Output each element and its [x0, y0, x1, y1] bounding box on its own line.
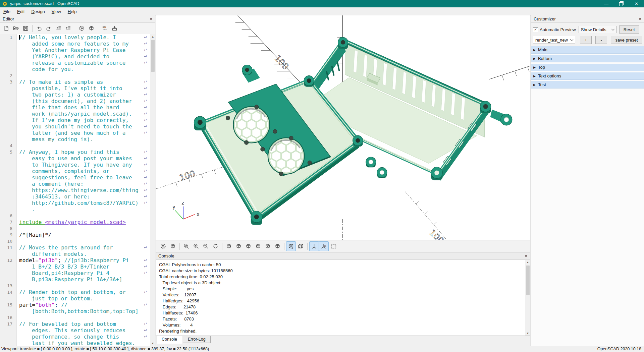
- code-row[interactable]: 13: [0, 283, 150, 289]
- code-row[interactable]: easy to use and post your makes↵: [0, 155, 150, 162]
- code-row[interactable]: 17// For bevelled top and bottom↵: [0, 321, 150, 327]
- code-row[interactable]: Board,pi4:Raspberry Pi 4↵: [0, 270, 150, 276]
- code-row[interactable]: you shouldn't need to touch the↵: [0, 123, 150, 130]
- console-scrollbar[interactable]: ▲ ▼: [525, 260, 530, 336]
- render-button[interactable]: [168, 241, 178, 251]
- code-row[interactable]: possible, I've split it into↵: [0, 85, 150, 92]
- restore-button[interactable]: [614, 0, 629, 7]
- code-row[interactable]: 14// Render both top and bottom, or↵: [0, 289, 150, 295]
- orthogonal-button[interactable]: [296, 241, 306, 251]
- console-close-icon[interactable]: ×: [525, 252, 527, 260]
- save-preset-button[interactable]: save preset: [611, 36, 642, 44]
- tab-error-log[interactable]: Error-Log: [183, 336, 211, 343]
- open-file-button[interactable]: [11, 23, 21, 33]
- remove-preset-button[interactable]: -: [595, 36, 607, 44]
- code-row[interactable]: (this document), and 2) another↵: [0, 98, 150, 104]
- code-row[interactable]: 4: [0, 142, 150, 149]
- preset-combobox[interactable]: render_test_new: [533, 36, 575, 44]
- code-row[interactable]: latter (and see how much of a↵: [0, 130, 150, 136]
- view-bottom-button[interactable]: [244, 241, 253, 251]
- expand-triangle-icon[interactable]: ▶: [533, 66, 536, 69]
- automatic-preview-checkbox[interactable]: ✓: [533, 27, 538, 32]
- menu-edit[interactable]: Edit: [14, 8, 28, 15]
- code-row[interactable]: file that does all the hard↵: [0, 104, 150, 111]
- view-back-button[interactable]: [273, 241, 282, 251]
- code-row[interactable]: 16: [0, 314, 150, 321]
- code-row[interactable]: edges. This seriously reduces↵: [0, 327, 150, 334]
- code-row[interactable]: B,pi3a:Raspberry Pi 1A+/3A+]: [0, 276, 150, 283]
- view-all-button[interactable]: [329, 241, 338, 251]
- editor-close-icon[interactable]: ×: [150, 15, 152, 23]
- menu-help[interactable]: Help: [64, 8, 80, 15]
- customizer-section-text-options[interactable]: ▶Text options: [531, 72, 644, 80]
- zoom-in-button[interactable]: [191, 241, 201, 251]
- code-row[interactable]: 8: [0, 225, 150, 232]
- undo-button[interactable]: [34, 23, 44, 33]
- view-right-button[interactable]: [224, 241, 234, 251]
- reset-view-button[interactable]: [211, 241, 220, 251]
- code-row[interactable]: 11// Moves the ports around for↵: [0, 244, 150, 251]
- expand-triangle-icon[interactable]: ▶: [533, 48, 536, 52]
- code-row[interactable]: 7include <maths/yarpic_model.scad>: [0, 219, 150, 225]
- console-scrollbar-thumb[interactable]: [526, 266, 530, 295]
- code-row[interactable]: mess my coding is).: [0, 136, 150, 142]
- editor-scrollbar[interactable]: ▲ ▼: [150, 34, 155, 346]
- details-dropdown[interactable]: Show Details: [579, 26, 616, 33]
- 3d-scene[interactable]: 100 100 100: [156, 15, 530, 240]
- preview-button[interactable]: [77, 23, 87, 33]
- code-row[interactable]: 15part="both"; //↵: [0, 302, 150, 308]
- export-stl-button[interactable]: STL: [100, 23, 110, 33]
- console-output[interactable]: CGAL Polyhedrons in cache: 50CGAL cache …: [156, 260, 525, 336]
- customizer-section-test[interactable]: ▶Test: [531, 81, 644, 89]
- zoom-all-button[interactable]: [181, 241, 191, 251]
- expand-triangle-icon[interactable]: ▶: [533, 74, 536, 78]
- scroll-up-icon[interactable]: ▲: [525, 260, 530, 265]
- perspective-button[interactable]: [286, 241, 296, 251]
- code-row[interactable]: 2: [0, 72, 150, 79]
- menu-view[interactable]: View: [48, 8, 64, 15]
- code-row[interactable]: 1// Hello, you lovely people. I↵: [0, 34, 150, 41]
- code-row[interactable]: added some more features to my↵: [0, 41, 150, 47]
- 3d-viewport[interactable]: 100 100 100: [156, 15, 530, 240]
- new-file-button[interactable]: [1, 23, 11, 33]
- code-row[interactable]: :3464513, or here:↵: [0, 193, 150, 200]
- code-row[interactable]: 12model="pi3b"; //[pi3b:Raspberry Pi↵: [0, 257, 150, 263]
- code-row[interactable]: https://www.thingiverse.com/thing↵: [0, 187, 150, 193]
- code-row[interactable]: suggestions, feel free to leave↵: [0, 174, 150, 181]
- code-row[interactable]: [both:Both,bottom:Bottom,top:Top]: [0, 308, 150, 314]
- code-row[interactable]: last if you want bevelled edges.: [0, 340, 150, 346]
- indent-button[interactable]: [63, 23, 73, 33]
- code-row[interactable]: 10: [0, 238, 150, 244]
- code-row[interactable]: performance, so change this↵: [0, 334, 150, 340]
- scroll-down-icon[interactable]: ▼: [525, 331, 530, 336]
- minimize-button[interactable]: —: [599, 0, 614, 7]
- code-row[interactable]: to Thingiverse. If you have any↵: [0, 162, 150, 168]
- print-model-button[interactable]: [110, 23, 119, 33]
- save-file-button[interactable]: [21, 23, 31, 33]
- show-scale-markers-button[interactable]: 10: [319, 241, 329, 251]
- close-button[interactable]: ✕: [629, 0, 644, 7]
- show-axes-button[interactable]: [309, 241, 319, 251]
- code-row[interactable]: http://github.com/tomsc87/YARPiC)↵: [0, 200, 150, 206]
- view-top-button[interactable]: [234, 241, 244, 251]
- customizer-section-main[interactable]: ▶Main: [531, 46, 644, 54]
- code-row[interactable]: Yet Another Raspberry Pi Case↵: [0, 47, 150, 53]
- editor-scrollbar-thumb[interactable]: [151, 40, 155, 72]
- customizer-close-icon[interactable]: ×: [639, 15, 641, 23]
- expand-triangle-icon[interactable]: ▶: [533, 57, 536, 60]
- menu-file[interactable]: File: [0, 8, 14, 15]
- code-row[interactable]: 6: [0, 213, 150, 219]
- code-row[interactable]: .: [0, 206, 150, 213]
- code-editor[interactable]: 1// Hello, you lovely people. I↵added so…: [0, 34, 150, 346]
- render-button[interactable]: [87, 23, 96, 33]
- add-preset-button[interactable]: +: [580, 36, 592, 44]
- customizer-section-bottom[interactable]: ▶Bottom: [531, 55, 644, 62]
- menu-design[interactable]: Design: [28, 8, 48, 15]
- code-row[interactable]: 1 B+/2 B/3 B/3 B+/Tinker↵: [0, 263, 150, 270]
- zoom-out-button[interactable]: [201, 241, 211, 251]
- code-row[interactable]: work (maths/yarpic_model.scad).↵: [0, 111, 150, 117]
- customizer-section-top[interactable]: ▶Top: [531, 64, 644, 71]
- code-row[interactable]: release a customizable source↵: [0, 60, 150, 66]
- code-row[interactable]: 5// Anyway, I hope you find this↵: [0, 149, 150, 155]
- code-row[interactable]: just top or bottom.: [0, 295, 150, 302]
